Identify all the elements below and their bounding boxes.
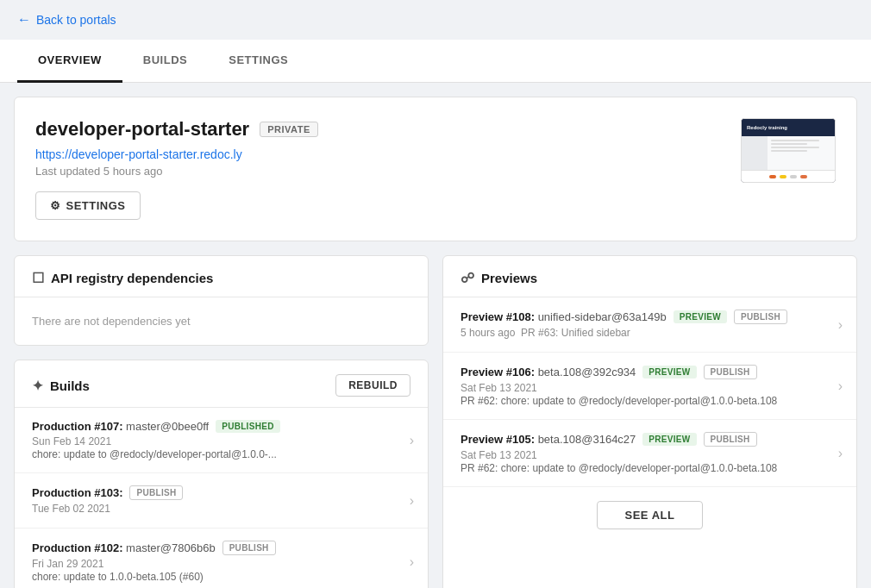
preview-title-1: Preview #108: unified-sidebar@63a149b [461, 310, 667, 323]
preview-item-header-3: Preview #105: beta.108@3164c27 PREVIEW P… [461, 432, 839, 447]
preview-time-1: 5 hours ago PR #63: Unified sidebar [461, 327, 839, 339]
api-registry-card: ☐ API registry dependencies There are no… [14, 255, 429, 346]
thumb-line-3 [771, 147, 819, 148]
thumb-dot-2 [780, 175, 786, 178]
build-desc-3: chore: update to 1.0.0-beta.105 (#60) [32, 571, 410, 583]
preview-item[interactable]: Preview #108: unified-sidebar@63a149b PR… [443, 297, 856, 353]
api-registry-title: ☐ API registry dependencies [32, 270, 213, 286]
portal-updated: Last updated 5 hours ago [35, 165, 741, 178]
api-registry-empty: There are not dependencies yet [15, 297, 428, 345]
api-registry-header: ☐ API registry dependencies [15, 256, 428, 297]
api-registry-title-text: API registry dependencies [51, 271, 213, 285]
build-title-1: Production #107: master@0bee0ff [32, 420, 209, 433]
preview-title-3: Preview #105: beta.108@3164c27 [461, 433, 636, 446]
portal-name: developer-portal-starter [35, 118, 249, 141]
page-wrapper: ← Back to portals OVERVIEW BUILDS SETTIN… [0, 0, 871, 588]
previews-title: ☍ Previews [461, 270, 537, 286]
preview-item[interactable]: Preview #106: beta.108@392c934 PREVIEW P… [443, 353, 856, 420]
build-item[interactable]: Production #107: master@0bee0ff PUBLISHE… [15, 408, 428, 473]
thumbnail-inner: Redocly training [742, 119, 835, 182]
previews-header: ☍ Previews [443, 256, 856, 297]
build-title-2: Production #103: [32, 486, 122, 499]
preview-desc-2: PR #62: chore: update to @redocly/develo… [461, 395, 839, 407]
preview-item[interactable]: Preview #105: beta.108@3164c27 PREVIEW P… [443, 420, 856, 487]
publish-badge-p2: PUBLISH [704, 365, 757, 379]
build-item[interactable]: Production #103: PUBLISH Tue Feb 02 2021… [15, 473, 428, 529]
bottom-grid: ☐ API registry dependencies There are no… [14, 255, 857, 588]
rebuild-button[interactable]: REBUILD [335, 374, 410, 397]
preview-item-header-2: Preview #106: beta.108@392c934 PREVIEW P… [461, 365, 839, 379]
thumb-line-1 [771, 140, 819, 141]
portal-settings-button[interactable]: ⚙ SETTINGS [35, 191, 141, 220]
chevron-right-icon-1: › [410, 433, 414, 448]
thumb-header: Redocly training [742, 119, 835, 136]
builds-icon: ✦ [32, 378, 43, 394]
publish-badge-2: PUBLISH [129, 485, 183, 500]
builds-header: ✦ Builds REBUILD [15, 360, 428, 408]
see-all-row: SEE ALL [443, 487, 856, 543]
build-title-3: Production #102: master@7806b6b [32, 541, 216, 554]
private-badge: PRIVATE [260, 122, 318, 137]
chevron-right-p3: › [838, 446, 843, 461]
thumb-footer [742, 170, 835, 182]
chevron-right-icon-3: › [410, 554, 414, 570]
portal-thumbnail: Redocly training [741, 118, 836, 183]
settings-gear-icon: ⚙ [50, 199, 61, 212]
tab-builds[interactable]: BUILDS [122, 40, 208, 83]
previews-icon: ☍ [461, 270, 474, 286]
top-bar: ← Back to portals [0, 0, 871, 40]
thumb-line-4 [771, 150, 807, 152]
preview-desc-3: PR #62: chore: update to @redocly/develo… [461, 462, 839, 474]
tab-overview[interactable]: OVERVIEW [17, 40, 122, 83]
back-arrow-icon: ← [17, 12, 31, 28]
thumb-dot-1 [769, 175, 776, 178]
previews-card: ☍ Previews Preview #108: unified-sidebar… [442, 255, 857, 588]
builds-card: ✦ Builds REBUILD Production #107: master… [14, 360, 429, 588]
builds-title: ✦ Builds [32, 378, 90, 394]
tabs-bar: OVERVIEW BUILDS SETTINGS [0, 40, 871, 83]
portal-header-card: developer-portal-starter PRIVATE https:/… [14, 97, 857, 241]
preview-badge-1: PREVIEW [674, 310, 727, 323]
preview-date-3: Sat Feb 13 2021 [461, 449, 839, 461]
back-label: Back to portals [36, 13, 116, 27]
chevron-right-p1: › [838, 317, 843, 333]
build-date-3: Fri Jan 29 2021 [32, 558, 410, 570]
portal-title-row: developer-portal-starter PRIVATE [35, 118, 741, 141]
preview-date-2: Sat Feb 13 2021 [461, 382, 839, 394]
previews-title-text: Previews [481, 271, 537, 285]
publish-badge-p3: PUBLISH [704, 432, 757, 447]
preview-title-2: Preview #106: beta.108@392c934 [461, 366, 636, 378]
preview-badge-3: PREVIEW [642, 433, 696, 446]
main-content: developer-portal-starter PRIVATE https:/… [0, 83, 871, 588]
published-badge-1: PUBLISHED [216, 420, 279, 433]
preview-item-header-1: Preview #108: unified-sidebar@63a149b PR… [461, 310, 839, 324]
left-column: ☐ API registry dependencies There are no… [14, 255, 429, 588]
see-all-button[interactable]: SEE ALL [597, 501, 704, 529]
preview-badge-2: PREVIEW [642, 366, 696, 378]
builds-title-text: Builds [50, 378, 90, 393]
thumb-dot-3 [790, 175, 797, 178]
build-item-header-2: Production #103: PUBLISH [32, 485, 410, 500]
publish-badge-p1: PUBLISH [734, 310, 787, 324]
publish-badge-3: PUBLISH [222, 541, 276, 555]
chevron-right-icon-2: › [410, 493, 414, 509]
build-desc-1: chore: update to @redocly/developer-port… [32, 448, 410, 460]
build-date-1: Sun Feb 14 2021 [32, 435, 410, 447]
build-date-2: Tue Feb 02 2021 [32, 503, 410, 515]
thumb-title-text: Redocly training [747, 125, 787, 130]
thumb-line-2 [771, 143, 807, 145]
build-item-header: Production #107: master@0bee0ff PUBLISHE… [32, 420, 410, 433]
build-item[interactable]: Production #102: master@7806b6b PUBLISH … [15, 529, 428, 588]
thumb-dot-4 [800, 175, 807, 178]
settings-btn-label: SETTINGS [66, 199, 126, 212]
chevron-right-p2: › [838, 378, 843, 394]
portal-url[interactable]: https://developer-portal-starter.redoc.l… [35, 147, 741, 161]
portal-info: developer-portal-starter PRIVATE https:/… [35, 118, 741, 220]
tab-settings[interactable]: SETTINGS [208, 40, 309, 83]
back-to-portals-link[interactable]: ← Back to portals [17, 12, 116, 28]
api-registry-icon: ☐ [32, 270, 44, 286]
build-item-header-3: Production #102: master@7806b6b PUBLISH [32, 541, 410, 555]
